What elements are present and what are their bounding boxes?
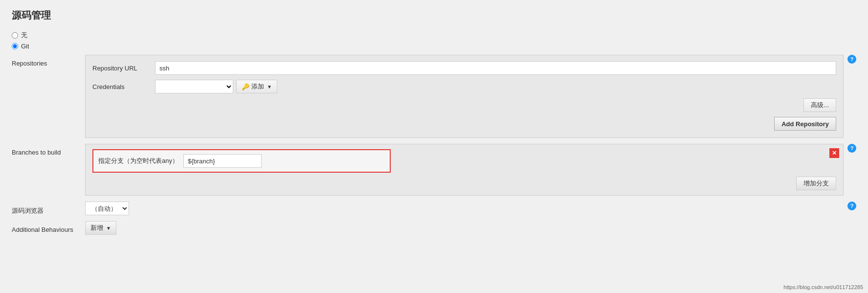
credentials-label: Credentials <box>92 83 151 90</box>
radio-none[interactable]: 无 <box>12 31 856 40</box>
repositories-section: Repositories Repository URL Credentials <box>12 55 856 138</box>
scm-radio-group: 无 Git <box>12 31 856 50</box>
source-browser-section: 源码浏览器 （自动） ? <box>12 202 856 215</box>
source-browser-select[interactable]: （自动） <box>85 202 129 215</box>
add-new-button[interactable]: 新增 ▼ <box>85 221 116 235</box>
repo-url-label: Repository URL <box>92 65 151 72</box>
additional-behaviours-content: 新增 ▼ <box>85 221 116 235</box>
page-title: 源码管理 <box>12 9 856 22</box>
branch-close-button[interactable]: ✕ <box>829 148 839 158</box>
source-browser-help-icon[interactable]: ? <box>847 202 856 210</box>
advanced-button[interactable]: 高级... <box>803 98 836 112</box>
credentials-controls: 🔑 添加 ▼ <box>155 80 277 93</box>
credentials-select[interactable] <box>155 80 233 93</box>
repo-url-input[interactable] <box>155 61 836 75</box>
radio-none-label: 无 <box>21 31 27 40</box>
repositories-label: Repositories <box>12 55 85 67</box>
credentials-row: Credentials 🔑 添加 ▼ <box>92 80 836 93</box>
key-icon: 🔑 <box>242 83 249 90</box>
add-branch-btn-wrap: 增加分支 <box>92 177 836 190</box>
repo-buttons-row: 高级... Add Repository <box>92 98 836 131</box>
radio-none-input[interactable] <box>12 32 18 39</box>
additional-behaviours-section: Additional Behaviours 新增 ▼ <box>12 221 856 235</box>
additional-behaviours-label: Additional Behaviours <box>12 221 85 233</box>
add-cred-label: 添加 <box>251 82 264 91</box>
page-container: 源码管理 无 Git Repositories Repository URL <box>0 0 868 293</box>
add-repository-button[interactable]: Add Repository <box>774 117 836 131</box>
url-note: https://blog.csdn.net/u011712285 <box>783 284 863 290</box>
add-new-arrow-icon: ▼ <box>106 225 111 231</box>
add-branch-button[interactable]: 增加分支 <box>796 177 836 190</box>
branches-section: Branches to build ✕ 指定分支（为空时代表any） 增加分支 <box>12 144 856 196</box>
radio-git[interactable]: Git <box>12 43 856 50</box>
repo-url-input-wrap <box>155 61 836 75</box>
add-credential-button[interactable]: 🔑 添加 ▼ <box>236 80 277 93</box>
repositories-content: Repository URL Credentials � <box>85 55 844 138</box>
branch-specifier-input[interactable] <box>183 154 262 168</box>
source-browser-label: 源码浏览器 <box>12 202 85 215</box>
close-icon: ✕ <box>832 150 837 157</box>
add-cred-arrow-icon: ▼ <box>267 84 272 90</box>
repositories-content-wrap: Repository URL Credentials � <box>85 55 856 138</box>
branches-content-wrap: ✕ 指定分支（为空时代表any） 增加分支 ? <box>85 144 856 196</box>
branch-row-input-wrap <box>183 154 262 168</box>
radio-git-label: Git <box>21 43 29 50</box>
source-browser-content-wrap: （自动） ? <box>85 202 856 215</box>
branches-label: Branches to build <box>12 144 85 156</box>
branches-content: ✕ 指定分支（为空时代表any） 增加分支 <box>85 144 844 196</box>
branch-row-label: 指定分支（为空时代表any） <box>98 157 178 165</box>
branches-help-icon[interactable]: ? <box>847 144 856 153</box>
repo-url-row: Repository URL <box>92 61 836 75</box>
additional-behaviours-content-wrap: 新增 ▼ <box>85 221 856 235</box>
branch-row-highlighted: 指定分支（为空时代表any） <box>92 149 391 173</box>
radio-git-input[interactable] <box>12 43 18 49</box>
repositories-help-icon[interactable]: ? <box>847 55 856 64</box>
source-browser-select-wrap: （自动） <box>85 202 844 215</box>
add-new-label: 新增 <box>90 224 103 232</box>
